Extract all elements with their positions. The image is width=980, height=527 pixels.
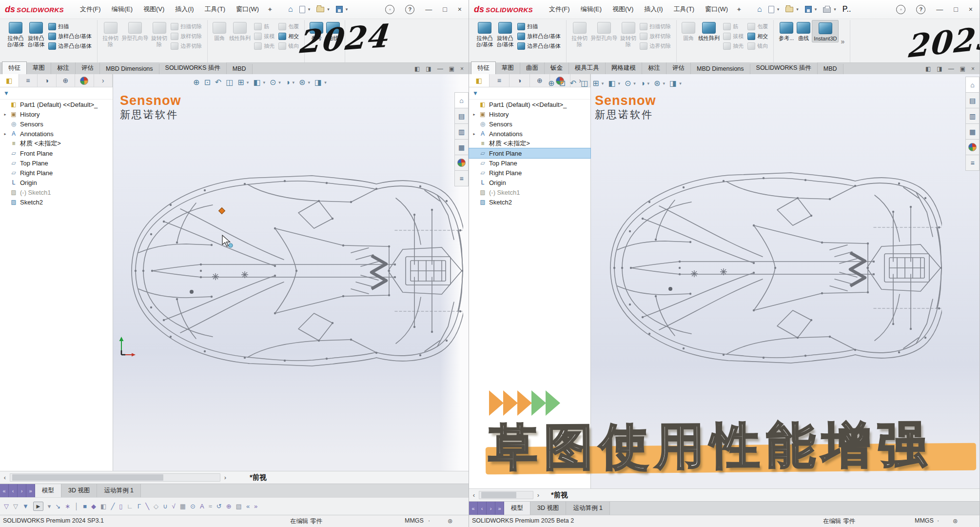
- view-settings-icon[interactable]: ◨: [314, 78, 322, 87]
- hide-show-items-icon-dropdown[interactable]: ▾: [647, 81, 650, 86]
- ribbon-button-extruded-boss-base[interactable]: 拉伸凸 台/基体: [474, 20, 495, 47]
- tree-expand-icon[interactable]: ▸: [3, 112, 7, 117]
- tab-1[interactable]: 草图: [27, 62, 51, 74]
- tree-item-0[interactable]: ◧Part1 (Default) <<Default>_: [469, 100, 590, 109]
- sketch-tool-icon[interactable]: ◆: [91, 503, 96, 509]
- minimize-icon[interactable]: —: [425, 6, 432, 13]
- part-icon[interactable]: ◧: [0, 74, 19, 87]
- ribbon-button-curves[interactable]: 曲线: [325, 20, 341, 41]
- hide-show-items-icon[interactable]: ◑: [285, 78, 290, 87]
- appearance-icon[interactable]: ⊛: [654, 79, 660, 88]
- ribbon-button-shell[interactable]: 抽壳: [254, 42, 274, 50]
- tree-expand-icon[interactable]: ▸: [3, 132, 7, 136]
- sketch-tool-icon[interactable]: ▯: [119, 503, 122, 509]
- open-file-dropdown-icon[interactable]: ▾: [796, 7, 799, 12]
- view-settings-icon[interactable]: ◨: [669, 79, 677, 88]
- new-file-icon[interactable]: [299, 6, 305, 13]
- tab-0[interactable]: 特征: [471, 61, 496, 74]
- ribbon-button-revolved-boss-base[interactable]: 旋转凸 台/基体: [26, 20, 46, 47]
- view-orientation-icon[interactable]: ◧: [608, 79, 615, 88]
- bottom-tab-0[interactable]: 模型: [504, 502, 530, 515]
- part-icon[interactable]: ◧: [469, 74, 490, 87]
- ribbon-button-mirror[interactable]: 镜向: [747, 42, 768, 50]
- ribbon-button-extruded-cut[interactable]: 拉伸切 除: [101, 20, 120, 47]
- sketch-tool-icon[interactable]: │: [75, 503, 78, 509]
- ribbon-button-linear-pattern[interactable]: 线性阵列: [697, 20, 721, 41]
- tree-item-8[interactable]: LOrigin: [0, 178, 113, 187]
- ribbon-button-lofted-boss[interactable]: 放样凸台/基体: [48, 33, 92, 40]
- ribbon-button-wrap[interactable]: 包覆: [747, 23, 768, 30]
- new-file-dropdown-icon[interactable]: ▾: [308, 7, 311, 12]
- sketch-tool-icon[interactable]: ▽: [4, 503, 9, 509]
- sketch-visibility-icon-dropdown[interactable]: ▾: [602, 81, 604, 86]
- ribbon-button-draft[interactable]: 拔模: [723, 33, 744, 40]
- tab-0[interactable]: 特征: [2, 61, 27, 74]
- bottom-tab-2[interactable]: 运动算例 1: [97, 484, 140, 497]
- sketch-tool-icon[interactable]: ∪: [163, 503, 168, 509]
- tree-item-5[interactable]: ▱Front Plane: [0, 148, 113, 158]
- ribbon-button-swept-boss[interactable]: 扫描: [48, 23, 92, 30]
- menu-item-file[interactable]: 文件(F): [75, 5, 106, 14]
- sketch-tool-icon[interactable]: ▦: [180, 503, 186, 509]
- save-icon[interactable]: [805, 6, 812, 13]
- tree-list-icon[interactable]: ≡: [490, 74, 510, 87]
- menu-item-window[interactable]: 窗口(W): [231, 5, 264, 14]
- file-explorer-icon[interactable]: ▥: [965, 108, 980, 124]
- sketch-tool-icon[interactable]: ⊙: [190, 503, 196, 509]
- bottom-tab-1[interactable]: 3D 视图: [61, 484, 97, 497]
- save-icon[interactable]: [336, 6, 343, 13]
- doc-next-icon[interactable]: ◨: [426, 65, 431, 72]
- home-icon[interactable]: ⌂: [454, 92, 469, 108]
- section-view-icon[interactable]: ◫: [581, 79, 588, 88]
- print-dropdown-icon[interactable]: ▾: [834, 7, 836, 12]
- view-palette-icon[interactable]: ▦: [454, 139, 469, 155]
- ribbon-button-fillet[interactable]: 圆角: [211, 20, 228, 41]
- bottom-tab-0[interactable]: 模型: [35, 484, 61, 497]
- sketch-tool-icon[interactable]: ↘: [55, 503, 60, 509]
- sketch-tool-icon[interactable]: ◧: [100, 503, 106, 509]
- new-file-icon[interactable]: [768, 6, 774, 13]
- tab-2[interactable]: 标注: [51, 62, 76, 74]
- tree-item-2[interactable]: ◎Sensors: [0, 119, 113, 129]
- propertymanager-icon[interactable]: ⊕: [530, 74, 550, 87]
- tab-9[interactable]: SOLIDWORKS 插件: [750, 62, 818, 74]
- print-icon[interactable]: [823, 7, 831, 13]
- ribbon-button-shell[interactable]: 抽壳: [723, 42, 744, 50]
- filter-funnel-icon[interactable]: ▼: [472, 90, 478, 97]
- sketch-visibility-icon-dropdown[interactable]: ▾: [247, 80, 249, 85]
- sketch-tool-icon[interactable]: ∟: [127, 503, 133, 509]
- tab-4[interactable]: 模具工具: [569, 62, 606, 74]
- ribbon-button-intersect[interactable]: 相交: [747, 33, 768, 40]
- tree-list-icon[interactable]: ≡: [19, 74, 38, 87]
- displaymanager-wheel-icon[interactable]: [75, 74, 94, 87]
- close-icon[interactable]: ×: [458, 6, 462, 13]
- ribbon-button-revolved-cut[interactable]: 旋转切 除: [619, 20, 638, 47]
- menu-item-view[interactable]: 视图(V): [607, 5, 639, 14]
- tree-expand-icon[interactable]: ▸: [472, 112, 476, 117]
- scrollbar-thumb[interactable]: [12, 474, 163, 481]
- custom-properties-icon[interactable]: ≡: [454, 170, 469, 186]
- appearance-icon-dropdown[interactable]: ▾: [663, 81, 665, 86]
- tree-item-2[interactable]: ◎Sensors: [469, 119, 590, 129]
- sketch-tool-icon[interactable]: ▾: [48, 503, 51, 509]
- ribbon-button-boundary-boss[interactable]: 边界凸台/基体: [517, 42, 561, 50]
- home-icon[interactable]: ⌂: [757, 5, 762, 13]
- tree-item-9[interactable]: ▨(-) Sketch1: [469, 187, 590, 197]
- scroll-left-icon[interactable]: ‹: [469, 491, 479, 499]
- menu-item-view[interactable]: 视图(V): [138, 5, 170, 14]
- display-style-icon-dropdown[interactable]: ▾: [633, 81, 636, 86]
- ribbon-button-boundary-cut[interactable]: 边界切除: [640, 42, 671, 50]
- graphics-viewport[interactable]: [591, 74, 980, 488]
- tree-item-4[interactable]: ≡材质 <未指定>: [469, 139, 590, 148]
- propertymanager-icon[interactable]: ⊕: [57, 74, 76, 87]
- open-file-dropdown-icon[interactable]: ▾: [327, 7, 330, 12]
- ribbon-button-rib[interactable]: 筋: [723, 23, 744, 30]
- doc-nav-2-icon[interactable]: ›: [18, 484, 26, 497]
- ribbon-button-revolved-boss-base[interactable]: 旋转凸 台/基体: [495, 20, 515, 47]
- sketch-tool-icon[interactable]: ≈: [209, 503, 212, 509]
- zoom-area-icon[interactable]: ⊡: [204, 78, 210, 87]
- graphics-viewport[interactable]: [113, 74, 469, 471]
- display-style-icon[interactable]: ⊙: [270, 78, 276, 87]
- ribbon-button-draft[interactable]: 拔模: [254, 33, 274, 40]
- ribbon-button-fillet[interactable]: 圆角: [680, 20, 697, 41]
